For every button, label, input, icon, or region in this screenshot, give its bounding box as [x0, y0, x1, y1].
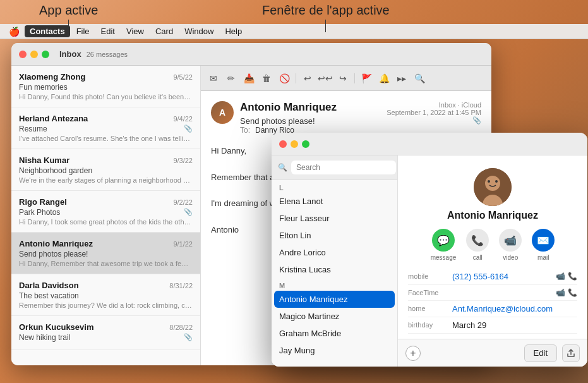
- contact-item-magico[interactable]: Magico Martinez: [272, 308, 397, 325]
- close-button[interactable]: [19, 51, 27, 58]
- search-icon[interactable]: 🔍: [413, 72, 426, 85]
- call-icon: 📞: [466, 229, 489, 252]
- contact-list-panel: 🔍 L Elena Lanot Fleur Lasseur Elton Lin …: [272, 155, 398, 367]
- fullscreen-button[interactable]: [42, 51, 49, 58]
- contacts-fullscreen-button[interactable]: [302, 140, 309, 148]
- messages-count: 26 messages: [87, 51, 128, 58]
- forward-icon[interactable]: ↪: [337, 72, 349, 85]
- contacts-full: 🔍 L Elena Lanot Fleur Lasseur Elton Lin …: [272, 133, 587, 367]
- subject-2: Neighborhood garden: [19, 166, 193, 175]
- preview-2: We're in the early stages of planning a …: [19, 176, 193, 184]
- junk-icon[interactable]: 🚫: [278, 72, 291, 85]
- contact-item-antonio[interactable]: Antonio Manriquez: [274, 291, 395, 308]
- sender-5: Darla Davidson: [19, 281, 79, 290]
- video-label: video: [503, 254, 518, 261]
- menu-edit[interactable]: Edit: [96, 25, 120, 37]
- sender-3: Rigo Rangel: [19, 197, 67, 207]
- email-value[interactable]: Ant.Manriquez@icloud.com: [452, 304, 577, 313]
- preview-4: Hi Danny, Remember that awesome trip we …: [19, 260, 193, 267]
- to-label: To:: [240, 126, 250, 135]
- svg-point-4: [495, 180, 498, 183]
- contact-search-bar: 🔍: [272, 155, 397, 180]
- contact-item-fleur[interactable]: Fleur Lasseur: [272, 210, 397, 227]
- minimize-button[interactable]: [30, 51, 38, 58]
- edit-button[interactable]: Edit: [524, 344, 557, 362]
- preview-5: Remember this journey? We did a lot: roc…: [19, 301, 193, 309]
- email-inbox-label: Inbox · iCloud: [387, 101, 481, 109]
- archive-icon[interactable]: 📥: [243, 72, 255, 85]
- contact-item-kristina[interactable]: Kristina Lucas: [272, 261, 397, 278]
- contact-item-elena[interactable]: Elena Lanot: [272, 193, 397, 210]
- preview-0: Hi Danny, Found this photo! Can you beli…: [19, 93, 193, 100]
- notify-icon[interactable]: 🔔: [378, 72, 390, 85]
- action-video[interactable]: 📹 video: [499, 229, 522, 261]
- sender-4: Antonio Manriquez: [19, 239, 93, 248]
- add-contact-button[interactable]: +: [405, 346, 421, 361]
- menu-view[interactable]: View: [121, 25, 149, 37]
- facetime-phone-icon: 📹: [556, 272, 565, 281]
- attachment-icon-6: 📎: [184, 333, 193, 341]
- date-5: 8/31/22: [169, 282, 193, 289]
- mobile-label: mobile: [408, 272, 452, 280]
- field-facetime: FaceTime 📹 📞: [408, 285, 577, 301]
- action-call[interactable]: 📞 call: [466, 229, 489, 261]
- contact-item-andre[interactable]: Andre Lorico: [272, 244, 397, 261]
- share-button[interactable]: [562, 344, 580, 362]
- mail-item-0[interactable]: Xiaomeng Zhong 9/5/22 Fun memories Hi Da…: [11, 66, 200, 107]
- flag-icon[interactable]: 🚩: [360, 72, 373, 85]
- contact-item-graham[interactable]: Graham McBride: [272, 325, 397, 342]
- field-birthday: birthday March 29: [408, 317, 577, 334]
- contact-footer: + Edit: [398, 339, 587, 367]
- sender-2: Nisha Kumar: [19, 155, 69, 165]
- phone-icon: 📞: [568, 272, 577, 281]
- date-0: 9/5/22: [173, 73, 193, 81]
- svg-point-3: [488, 180, 490, 183]
- message-icon: 💬: [432, 229, 455, 252]
- attachment-icon-1: 📎: [184, 125, 193, 133]
- subject-3: Park Photos 📎: [19, 208, 193, 217]
- mail-label: mail: [537, 254, 549, 261]
- sender-1: Herland Antezana: [19, 114, 88, 123]
- mail-item-4[interactable]: Antonio Manriquez 9/1/22 Send photos ple…: [11, 233, 200, 274]
- action-message[interactable]: 💬 message: [431, 229, 457, 261]
- menu-contacts[interactable]: Contacts: [25, 25, 70, 37]
- menu-file[interactable]: File: [71, 25, 95, 37]
- date-3: 9/2/22: [173, 198, 193, 206]
- contact-item-elton[interactable]: Elton Lin: [272, 227, 397, 244]
- contact-item-jay[interactable]: Jay Mung: [272, 342, 397, 359]
- message-label: message: [431, 254, 457, 261]
- attachment-icon: 📎: [387, 116, 481, 125]
- section-label-M: M: [272, 278, 397, 291]
- mail-item-6[interactable]: Orkun Kucuksevim 8/28/22 New hiking trai…: [11, 316, 200, 350]
- compose-icon[interactable]: ✏: [225, 72, 237, 85]
- mail-item-1[interactable]: Herland Antezana 9/4/22 Resume 📎 I've at…: [11, 107, 200, 149]
- mobile-value[interactable]: (312) 555-6164: [452, 272, 553, 281]
- mail-titlebar: Inbox 26 messages: [11, 43, 491, 66]
- delete-icon[interactable]: 🗑: [260, 72, 273, 85]
- avatar-svg: [474, 168, 512, 206]
- birthday-label: birthday: [408, 320, 452, 329]
- search-input[interactable]: [291, 161, 396, 174]
- reply-all-icon[interactable]: ↩↩: [319, 72, 332, 85]
- contact-name: Antonio Manriquez: [447, 210, 538, 221]
- menu-window[interactable]: Window: [179, 25, 219, 37]
- mail-item-3[interactable]: Rigo Rangel 9/2/22 Park Photos 📎 Hi Dann…: [11, 191, 200, 233]
- date-1: 9/4/22: [173, 115, 193, 123]
- menu-card[interactable]: Card: [150, 25, 178, 37]
- contacts-minimize-button[interactable]: [291, 140, 298, 148]
- mail-item-5[interactable]: Darla Davidson 8/31/22 The best vacation…: [11, 274, 200, 316]
- action-mail[interactable]: ✉️ mail: [532, 229, 555, 261]
- contacts-close-button[interactable]: [279, 140, 287, 148]
- menu-help[interactable]: Help: [220, 25, 247, 37]
- get-mail-icon[interactable]: ✉: [207, 72, 220, 85]
- email-right: Inbox · iCloud September 1, 2022 at 1:45…: [387, 101, 481, 125]
- app-active-label: App active: [39, 3, 98, 18]
- more-icon[interactable]: ▸▸: [395, 72, 408, 85]
- email-subject-line: Send photos please!: [240, 116, 380, 126]
- apple-menu[interactable]: 🍎: [5, 27, 23, 37]
- subject-0: Fun memories: [19, 83, 193, 92]
- contacts-window-body: 🔍 L Elena Lanot Fleur Lasseur Elton Lin …: [272, 155, 587, 367]
- sender-0: Xiaomeng Zhong: [19, 72, 85, 82]
- mail-item-2[interactable]: Nisha Kumar 9/3/22 Neighborhood garden W…: [11, 149, 200, 191]
- reply-icon[interactable]: ↩: [301, 72, 314, 85]
